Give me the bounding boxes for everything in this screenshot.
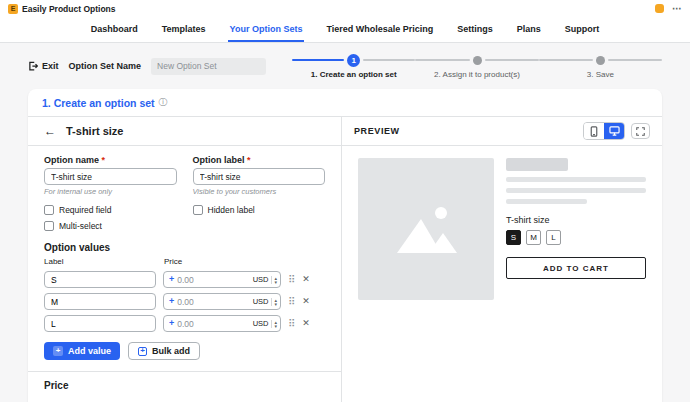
value-price-input-m[interactable]: + 0.00 USD ▴ ▾ xyxy=(163,293,281,310)
step-save: 3. Save xyxy=(539,53,662,79)
price-sign-icon[interactable]: + xyxy=(169,297,174,306)
step-3-label: 3. Save xyxy=(539,70,662,79)
price-sign-icon[interactable]: + xyxy=(169,319,174,328)
drag-handle-icon[interactable]: ⠿ xyxy=(288,275,295,285)
fullscreen-icon xyxy=(636,127,645,136)
option-set-name-input[interactable] xyxy=(151,58,266,75)
drag-handle-icon[interactable]: ⠿ xyxy=(288,319,295,329)
app-top-bar: E Easily Product Options ⋯ xyxy=(0,0,690,17)
delete-row-icon[interactable]: ✕ xyxy=(302,275,310,284)
product-image-placeholder xyxy=(358,158,494,300)
back-icon[interactable]: ← xyxy=(44,125,56,137)
price-column-header: Price xyxy=(164,257,182,266)
image-placeholder-icon xyxy=(391,201,461,257)
option-name-input[interactable] xyxy=(44,168,177,185)
option-editor-panel: ← T-shirt size Option name * For interna… xyxy=(28,117,342,402)
bulk-add-label: Bulk add xyxy=(152,346,190,356)
app-brand: E Easily Product Options xyxy=(8,4,116,14)
currency-label: USD xyxy=(253,319,269,328)
bulk-add-icon: + xyxy=(138,347,147,356)
step-assign-products: 2. Assign it to product(s) xyxy=(415,53,538,79)
option-values-title: Option values xyxy=(44,242,325,253)
overflow-menu-icon[interactable]: ⋯ xyxy=(672,4,682,14)
delete-row-icon[interactable]: ✕ xyxy=(302,297,310,306)
exit-label: Exit xyxy=(42,61,59,71)
option-set-toolbar: Exit Option Set Name 1 1. Create an opti… xyxy=(0,43,690,83)
label-column-header: Label xyxy=(44,257,164,266)
required-field-checkbox[interactable] xyxy=(44,205,54,215)
currency-label: USD xyxy=(253,275,269,284)
option-label-label: Option label xyxy=(193,155,245,165)
preview-title: PREVIEW xyxy=(354,126,400,136)
main-nav: Dashboard Templates Your Option Sets Tie… xyxy=(0,17,690,43)
currency-label: USD xyxy=(253,297,269,306)
price-sign-icon[interactable]: + xyxy=(169,275,174,284)
nav-tab-dashboard[interactable]: Dashboard xyxy=(89,17,140,42)
info-icon[interactable]: ⓘ xyxy=(159,96,168,109)
skeleton-product-title xyxy=(506,158,568,171)
option-set-name-label: Option Set Name xyxy=(69,61,142,71)
stepper-down-icon[interactable]: ▾ xyxy=(274,302,277,306)
price-stepper[interactable]: ▴ ▾ xyxy=(271,276,277,284)
hidden-label-checkbox-row: Hidden label xyxy=(193,205,326,215)
option-name-label: Option name xyxy=(44,155,99,165)
price-value: 0.00 xyxy=(177,319,249,329)
price-section-title: Price xyxy=(44,380,325,391)
multi-select-checkbox-row: Multi-select xyxy=(44,221,177,231)
option-label-hint: Visible to your customers xyxy=(193,187,326,196)
fullscreen-button[interactable] xyxy=(631,123,650,139)
required-mark: * xyxy=(102,155,106,165)
required-field-label: Required field xyxy=(59,205,111,215)
nav-tab-plans[interactable]: Plans xyxy=(515,17,543,42)
nav-tab-templates[interactable]: Templates xyxy=(160,17,208,42)
value-price-input-l[interactable]: + 0.00 USD ▴ ▾ xyxy=(163,315,281,332)
app-title: Easily Product Options xyxy=(22,4,116,14)
price-stepper[interactable]: ▴ ▾ xyxy=(271,298,277,306)
value-label-input-l[interactable] xyxy=(44,315,156,332)
stepper-down-icon[interactable]: ▾ xyxy=(274,324,277,328)
preview-panel: PREVIEW xyxy=(342,117,662,402)
option-value-row: + 0.00 USD ▴ ▾ ⠿ ✕ xyxy=(44,315,325,332)
price-value: 0.00 xyxy=(177,297,249,307)
step-1-dot: 1 xyxy=(347,54,360,67)
wizard-stepper: 1 1. Create an option set 2. Assign it t… xyxy=(292,53,662,79)
option-label-field: Option label * Visible to your customers xyxy=(193,155,326,196)
delete-row-icon[interactable]: ✕ xyxy=(302,319,310,328)
notifications-icon[interactable] xyxy=(655,4,664,13)
required-mark: * xyxy=(247,155,251,165)
value-price-input-s[interactable]: + 0.00 USD ▴ ▾ xyxy=(163,271,281,288)
section-divider xyxy=(28,371,341,372)
multi-select-checkbox[interactable] xyxy=(44,221,54,231)
value-label-input-m[interactable] xyxy=(44,293,156,310)
required-field-checkbox-row: Required field xyxy=(44,205,177,215)
nav-tab-tiered-wholesale-pricing[interactable]: Tiered Wholesale Pricing xyxy=(324,17,435,42)
exit-button[interactable]: Exit xyxy=(28,61,59,71)
price-stepper[interactable]: ▴ ▾ xyxy=(271,320,277,328)
size-chip-l[interactable]: L xyxy=(546,230,561,245)
option-label-input[interactable] xyxy=(193,168,326,185)
hidden-label-checkbox[interactable] xyxy=(193,205,203,215)
multi-select-label: Multi-select xyxy=(59,221,102,231)
app-logo-icon: E xyxy=(8,4,18,14)
step-create-option-set: 1 1. Create an option set xyxy=(292,53,415,79)
size-chip-s[interactable]: S xyxy=(506,230,521,245)
desktop-view-button[interactable] xyxy=(604,123,624,139)
mobile-icon xyxy=(590,126,598,137)
add-to-cart-button[interactable]: ADD TO CART xyxy=(506,257,646,279)
nav-tab-support[interactable]: Support xyxy=(563,17,602,42)
bulk-add-button[interactable]: + Bulk add xyxy=(128,342,200,360)
nav-tab-your-option-sets[interactable]: Your Option Sets xyxy=(228,17,305,42)
card-title: 1. Create an option set xyxy=(42,97,155,109)
option-name-field: Option name * For internal use only xyxy=(44,155,177,196)
step-2-label: 2. Assign it to product(s) xyxy=(415,70,538,79)
drag-handle-icon[interactable]: ⠿ xyxy=(288,297,295,307)
value-label-input-s[interactable] xyxy=(44,271,156,288)
nav-tab-settings[interactable]: Settings xyxy=(455,17,495,42)
stepper-down-icon[interactable]: ▾ xyxy=(274,280,277,284)
mobile-view-button[interactable] xyxy=(584,123,604,139)
skeleton-text-line xyxy=(506,199,587,204)
add-value-button[interactable]: + Add value xyxy=(44,342,120,360)
desktop-icon xyxy=(609,126,620,136)
skeleton-text-line xyxy=(506,188,646,193)
size-chip-m[interactable]: M xyxy=(526,230,541,245)
